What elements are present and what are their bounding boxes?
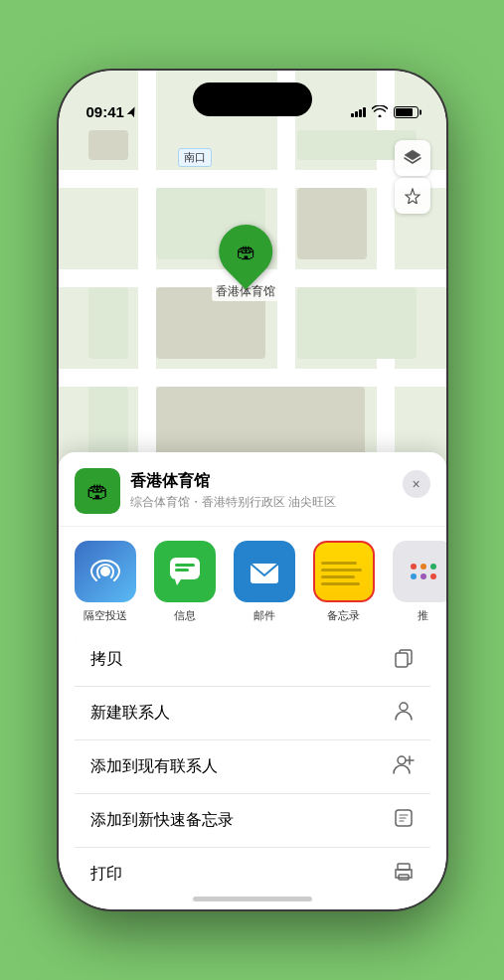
map-block1 — [88, 130, 128, 160]
signal-bar-3 — [359, 109, 362, 117]
action-new-contact[interactable]: 新建联系人 — [75, 687, 430, 740]
map-label-text: 南口 — [184, 151, 206, 163]
airdrop-label: 隔空投送 — [84, 608, 127, 623]
action-list: 拷贝 新建联系人 — [75, 633, 430, 900]
svg-rect-3 — [175, 564, 195, 567]
map-location-button[interactable] — [395, 178, 430, 214]
notes-line-3 — [321, 575, 356, 578]
notes-label: 备忘录 — [327, 608, 360, 623]
stadium-icon: 🏟 — [236, 241, 255, 263]
share-apps-row: 隔空投送 信息 — [59, 527, 446, 633]
map-road-v1 — [138, 71, 156, 518]
printer-icon — [393, 861, 415, 888]
action-print-label: 打印 — [90, 864, 122, 885]
mail-label: 邮件 — [253, 608, 275, 623]
dynamic-island — [193, 82, 312, 116]
bottom-sheet: 🏟 香港体育馆 综合体育馆・香港特别行政区 油尖旺区 × — [59, 452, 446, 909]
battery-icon — [394, 106, 419, 118]
action-copy[interactable]: 拷贝 — [75, 633, 430, 687]
printer-svg-icon — [393, 861, 415, 883]
svg-point-9 — [398, 756, 406, 764]
svg-rect-4 — [175, 569, 189, 572]
messages-icon-bg — [154, 541, 216, 602]
venue-name: 香港体育馆 — [130, 471, 430, 492]
map-block3 — [297, 188, 367, 259]
airdrop-signal-icon — [88, 555, 122, 588]
mail-icon-bg — [234, 541, 295, 602]
notes-line-2 — [321, 569, 362, 572]
dot-red2 — [430, 573, 436, 579]
action-copy-label: 拷贝 — [90, 649, 122, 670]
layers-icon — [403, 148, 422, 168]
messages-label: 信息 — [174, 608, 196, 623]
battery-fill — [396, 108, 414, 116]
time-display: 09:41 — [86, 103, 124, 120]
action-quick-note-label: 添加到新快速备忘录 — [90, 810, 234, 831]
signal-bar-1 — [351, 113, 354, 117]
action-quick-note[interactable]: 添加到新快速备忘录 — [75, 794, 430, 848]
location-icon — [405, 188, 420, 204]
person-add-icon — [393, 753, 415, 780]
person-svg-icon — [393, 700, 415, 722]
map-area: 南口 🏟 — [59, 71, 446, 518]
venue-subtitle: 综合体育馆・香港特别行政区 油尖旺区 — [130, 494, 430, 511]
person-icon — [393, 700, 415, 727]
action-print[interactable]: 打印 — [75, 848, 430, 900]
venue-icon: 🏟 — [75, 468, 120, 514]
close-button[interactable]: × — [403, 470, 430, 498]
map-block6 — [297, 287, 417, 359]
phone-screen: 09:41 — [59, 71, 446, 909]
map-layers-button[interactable] — [395, 140, 430, 176]
marker-pin: 🏟 — [208, 214, 283, 289]
svg-point-0 — [100, 567, 110, 576]
svg-rect-11 — [398, 864, 410, 870]
notes-icon-bg — [313, 541, 375, 602]
airdrop-icon — [75, 541, 136, 602]
more-label: 推 — [418, 608, 428, 623]
copy-icon — [393, 646, 415, 673]
action-add-contact[interactable]: 添加到现有联系人 — [75, 740, 430, 794]
share-app-airdrop[interactable]: 隔空投送 — [75, 541, 136, 623]
map-label: 南口 — [178, 148, 212, 167]
signal-bars-icon — [351, 107, 366, 117]
dot-blue — [411, 573, 417, 579]
more-dots-icon — [411, 564, 436, 579]
share-app-messages[interactable]: 信息 — [154, 541, 216, 623]
signal-bar-4 — [363, 107, 366, 117]
dot-red — [411, 564, 417, 570]
dot-purple — [420, 573, 426, 579]
wifi-icon — [372, 104, 388, 120]
note-svg-icon — [393, 807, 415, 829]
copy-svg-icon — [393, 646, 415, 668]
venue-icon-glyph: 🏟 — [86, 478, 108, 504]
notes-lines — [315, 554, 373, 589]
share-app-notes[interactable]: 备忘录 — [313, 541, 375, 623]
signal-bar-2 — [355, 111, 358, 117]
location-arrow-icon — [127, 106, 137, 118]
action-new-contact-label: 新建联系人 — [90, 703, 170, 724]
stadium-marker: 🏟 香港体育馆 — [212, 225, 279, 301]
share-app-more[interactable]: 推 — [393, 541, 446, 623]
messages-bubble-icon — [167, 554, 203, 589]
dot-orange — [420, 564, 426, 570]
map-block4 — [88, 287, 128, 359]
notes-line-1 — [321, 562, 358, 565]
sheet-header: 🏟 香港体育馆 综合体育馆・香港特别行政区 油尖旺区 × — [59, 468, 446, 527]
notes-line-4 — [321, 582, 360, 585]
note-icon — [393, 807, 415, 834]
status-icons — [351, 104, 419, 120]
more-dot-row-1 — [411, 564, 436, 570]
dot-green — [430, 564, 436, 570]
close-icon: × — [412, 476, 420, 492]
mail-envelope-icon — [247, 554, 282, 589]
status-time: 09:41 — [86, 103, 137, 120]
svg-marker-2 — [175, 579, 181, 585]
more-icon-bg — [393, 541, 446, 602]
share-app-mail[interactable]: 邮件 — [234, 541, 295, 623]
map-controls — [395, 140, 430, 214]
more-dot-row-2 — [411, 573, 436, 579]
home-indicator — [193, 897, 312, 901]
person-add-svg-icon — [393, 753, 415, 775]
action-add-contact-label: 添加到现有联系人 — [90, 756, 218, 777]
svg-point-8 — [400, 703, 408, 711]
